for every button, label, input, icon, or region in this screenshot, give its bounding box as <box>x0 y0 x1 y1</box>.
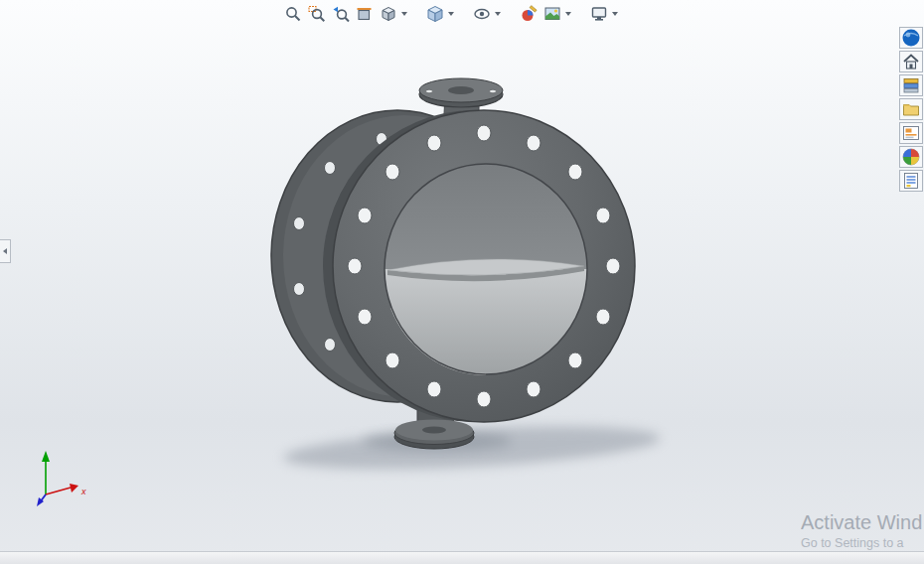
view-settings-icon[interactable] <box>587 3 611 25</box>
status-bar <box>0 551 924 564</box>
hide-show-items-icon[interactable] <box>470 3 494 25</box>
dropdown-arrow[interactable] <box>401 12 407 16</box>
valve-model: x <box>0 0 924 564</box>
view-palette-icon[interactable] <box>899 122 923 144</box>
task-pane <box>899 27 923 192</box>
zoom-to-area-icon[interactable] <box>305 3 329 25</box>
top-stub <box>419 78 503 138</box>
model-shadow <box>282 419 661 477</box>
dropdown-arrow[interactable] <box>565 12 571 16</box>
home-icon[interactable] <box>899 51 923 72</box>
collapse-pane-tab[interactable] <box>0 239 11 263</box>
3d-drawing-view-icon[interactable] <box>377 3 400 25</box>
bottom-stub <box>394 395 474 449</box>
edit-appearance-icon[interactable] <box>517 3 540 25</box>
reference-triad: x <box>37 451 86 506</box>
activation-watermark: Activate Wind Go to Settings to a <box>801 511 924 550</box>
design-library-icon[interactable] <box>899 74 923 96</box>
triad-x-label: x <box>80 487 86 496</box>
watermark-line1: Activate Wind <box>801 511 924 534</box>
butterfly-plate <box>387 259 584 281</box>
zoom-to-fit-icon[interactable] <box>281 3 305 25</box>
section-view-icon[interactable] <box>353 3 377 25</box>
view-orientation-icon[interactable] <box>423 3 447 25</box>
apply-scene-icon[interactable] <box>540 3 564 25</box>
heads-up-toolbar <box>281 2 621 26</box>
dropdown-arrow[interactable] <box>612 12 618 16</box>
previous-view-icon[interactable] <box>329 3 353 25</box>
3dexperience-icon[interactable] <box>899 27 923 49</box>
file-explorer-icon[interactable] <box>899 98 923 120</box>
appearances-scenes-icon[interactable] <box>899 146 923 168</box>
custom-properties-icon[interactable] <box>899 170 923 192</box>
chevron-left-icon <box>3 248 7 254</box>
graphics-area[interactable]: x <box>0 0 924 564</box>
dropdown-arrow[interactable] <box>495 12 501 16</box>
dropdown-arrow[interactable] <box>448 12 454 16</box>
watermark-line2: Go to Settings to a <box>801 536 924 550</box>
